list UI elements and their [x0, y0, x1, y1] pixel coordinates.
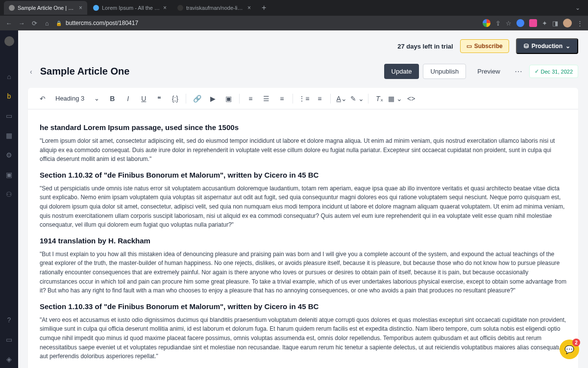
heading-select[interactable]: Heading 3⌄ [51, 95, 103, 102]
new-tab-button[interactable]: + [257, 3, 271, 12]
chat-icon: 💬 [564, 345, 574, 354]
chat-badge: 2 [572, 339, 580, 346]
update-button[interactable]: Update [384, 64, 419, 79]
heading: 1914 translation by H. Rackham [40, 237, 566, 245]
star-icon[interactable]: ☆ [506, 20, 512, 27]
chat-button[interactable]: 💬 2 [560, 340, 579, 359]
align-right-icon[interactable]: ≡ [275, 92, 289, 105]
link-icon[interactable]: 🔗 [190, 92, 204, 105]
extensions-icon[interactable]: ✦ [542, 20, 547, 27]
back-button[interactable]: ‹ [28, 66, 34, 78]
html-icon[interactable]: <> [404, 92, 418, 105]
align-center-icon[interactable]: ☰ [259, 92, 273, 105]
stack-icon: ⛁ [524, 43, 529, 50]
side-rail: ⌂ b ▭ ▦ ⚙ ▣ ⚇ ? ▭ ◈ [0, 30, 18, 368]
tab-title: Sample Article One | ButterCM [18, 5, 76, 11]
number-list-icon[interactable]: ≡ [313, 92, 326, 105]
user-avatar[interactable] [4, 36, 14, 46]
extension-icon[interactable] [516, 19, 524, 27]
editor-toolbar: ↶ Heading 3⌄ B I U ❝ {;} 🔗 ▶ ▣ ≡ ☰ ≡ ⋮≡ … [28, 88, 578, 109]
paragraph: "At vero eos et accusamus et iusto odio … [40, 315, 566, 361]
trial-text: 27 days left in trial [397, 43, 453, 50]
panel-icon[interactable]: ◨ [552, 20, 558, 27]
paragraph: "Sed ut perspiciatis unde omnis iste nat… [40, 184, 566, 230]
image-icon[interactable]: ▣ [221, 92, 235, 105]
pages-icon[interactable]: ▭ [0, 107, 18, 125]
chevron-down-icon: ⌄ [565, 43, 570, 50]
lock-icon: 🔒 [56, 21, 62, 26]
undo-icon[interactable]: ↶ [36, 92, 49, 105]
address-bar[interactable]: 🔒 buttercms.com/post/180417 [56, 20, 478, 26]
publish-date[interactable]: ✓Dec 31, 2022 [529, 65, 578, 78]
back-icon[interactable]: ← [5, 20, 13, 27]
more-icon[interactable]: ⋯ [512, 67, 525, 76]
browser-tab-active[interactable]: Sample Article One | ButterCM × [4, 1, 87, 15]
bullet-list-icon[interactable]: ⋮≡ [297, 92, 311, 105]
preview-button[interactable]: Preview [470, 64, 507, 79]
browser-tab[interactable]: Lorem Ipsum - All the facts - Li × [88, 1, 172, 15]
code-icon[interactable]: {;} [168, 92, 182, 105]
align-left-icon[interactable]: ≡ [244, 92, 257, 105]
menu-icon[interactable]: ⋮ [577, 20, 583, 27]
forward-icon[interactable]: → [18, 20, 25, 27]
browser-toolbar: ← → ⟳ ⌂ 🔒 buttercms.com/post/180417 ⇪ ☆ … [0, 16, 588, 30]
home-icon[interactable]: ⌂ [43, 20, 51, 27]
browser-tab-strip: Sample Article One | ButterCM × Lorem Ip… [0, 0, 588, 16]
tab-title: traviskaufman/node-lipsum: lip [186, 5, 245, 11]
browser-tab[interactable]: traviskaufman/node-lipsum: lip × [172, 1, 256, 15]
grid-icon[interactable]: ▦ [0, 127, 18, 144]
editor: ↶ Heading 3⌄ B I U ❝ {;} 🔗 ▶ ▣ ≡ ☰ ≡ ⋮≡ … [28, 88, 578, 368]
collections-icon[interactable]: ⚙ [0, 146, 18, 164]
chevron-down-icon: ⌄ [94, 95, 99, 102]
underline-icon[interactable]: U [137, 92, 150, 105]
google-icon[interactable] [483, 19, 490, 27]
heading: Section 1.10.32 of "de Finibus Bonorum e… [40, 171, 566, 179]
main-content: 27 days left in trial ▭Subscribe ⛁Produc… [18, 30, 588, 368]
subscribe-button[interactable]: ▭Subscribe [460, 39, 509, 53]
unpublish-button[interactable]: Unpublish [423, 64, 466, 79]
paragraph: "Lorem ipsum dolor sit amet, consectetur… [40, 136, 566, 164]
clear-format-icon[interactable]: Tₓ [372, 92, 386, 105]
users-icon[interactable]: ⚇ [0, 185, 18, 203]
paragraph: "But I must explain to you how all this … [40, 250, 566, 295]
card-icon: ▭ [466, 43, 472, 50]
media-icon[interactable]: ▣ [0, 166, 18, 184]
profile-avatar[interactable] [563, 19, 572, 27]
reload-icon[interactable]: ⟳ [30, 20, 38, 27]
browser-actions: ⇪ ☆ ✦ ◨ ⋮ [483, 19, 583, 27]
close-icon[interactable]: × [247, 4, 251, 11]
url-text: buttercms.com/post/180417 [66, 20, 138, 26]
favicon-icon [9, 5, 15, 11]
bold-icon[interactable]: B [105, 92, 119, 105]
favicon-icon [177, 5, 183, 11]
quote-icon[interactable]: ❝ [152, 92, 166, 105]
layers-icon[interactable]: ◈ [0, 350, 18, 368]
heading: he standard Lorem Ipsum passage, used si… [40, 123, 566, 131]
chevron-down-icon[interactable]: ⌄ [575, 4, 584, 11]
page-title: Sample Article One [40, 66, 130, 77]
text-color-icon[interactable]: A ⌄ [335, 92, 348, 105]
home-icon[interactable]: ⌂ [0, 68, 18, 85]
heading: Section 1.10.33 of "de Finibus Bonorum e… [40, 302, 566, 311]
tab-title: Lorem Ipsum - All the facts - Li [102, 5, 160, 11]
environment-button[interactable]: ⛁Production⌄ [516, 38, 578, 54]
help-icon[interactable]: ? [0, 311, 18, 329]
favicon-icon [93, 5, 99, 11]
video-icon[interactable]: ▶ [206, 92, 220, 105]
check-icon: ✓ [535, 68, 539, 75]
table-icon[interactable]: ▦ ⌄ [388, 92, 402, 105]
close-icon[interactable]: × [163, 4, 167, 11]
highlight-icon[interactable]: ✎ ⌄ [350, 92, 364, 105]
docs-icon[interactable]: ▭ [0, 331, 18, 348]
italic-icon[interactable]: I [121, 92, 135, 105]
share-icon[interactable]: ⇪ [495, 20, 501, 27]
extension-icon[interactable] [529, 19, 537, 27]
editor-body[interactable]: he standard Lorem Ipsum passage, used si… [28, 109, 578, 368]
close-icon[interactable]: × [79, 4, 82, 11]
logo-icon[interactable]: b [0, 87, 18, 105]
